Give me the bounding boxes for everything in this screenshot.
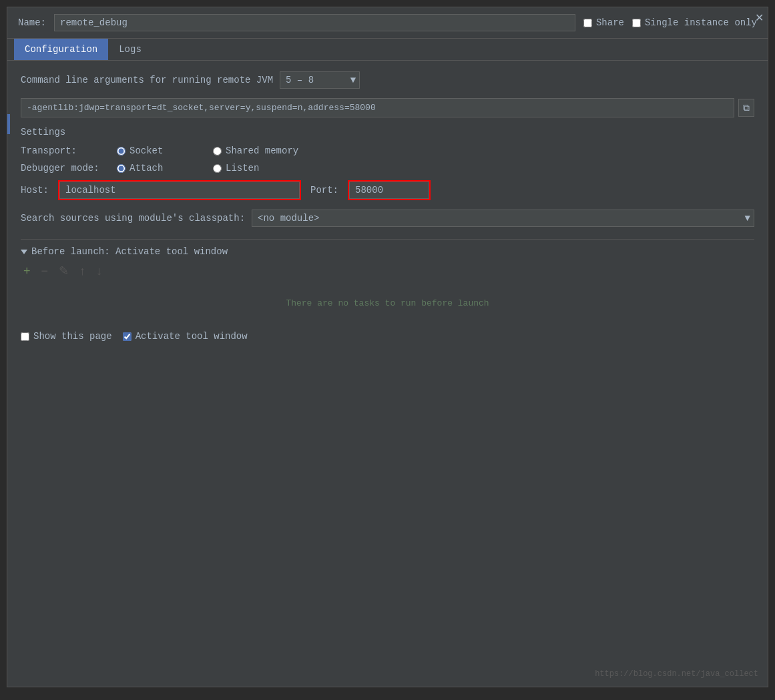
attach-radio[interactable] (117, 164, 125, 173)
shared-memory-radio[interactable] (213, 147, 222, 155)
tab-configuration[interactable]: Configuration (14, 39, 108, 60)
classpath-row: Search sources using module's classpath:… (21, 210, 754, 227)
title-bar-right: Share Single instance only (583, 17, 757, 28)
command-box-wrapper: ⧉ (21, 98, 754, 117)
version-select[interactable]: 5 – 8 9+ (280, 71, 360, 89)
host-input[interactable] (59, 182, 300, 199)
copy-button[interactable]: ⧉ (738, 99, 754, 117)
debugger-mode-row: Debugger mode: Attach Listen (21, 163, 754, 173)
attach-radio-label[interactable]: Attach (117, 163, 204, 173)
socket-radio-label[interactable]: Socket (117, 145, 204, 156)
activate-tool-window-checkbox-label[interactable]: Activate tool window (123, 331, 248, 342)
show-page-checkbox[interactable] (21, 332, 29, 341)
port-field-wrapper (348, 180, 431, 200)
share-checkbox[interactable] (583, 19, 592, 27)
shared-memory-radio-label[interactable]: Shared memory (213, 145, 300, 156)
left-accent (7, 114, 10, 134)
listen-radio[interactable] (213, 164, 222, 173)
activate-tool-window-checkbox[interactable] (123, 332, 132, 341)
host-label: Host: (21, 185, 49, 196)
name-input[interactable] (54, 14, 575, 31)
share-checkbox-label[interactable]: Share (583, 17, 624, 28)
watermark: https://blog.csdn.net/java_collect (595, 669, 758, 679)
move-down-task-button[interactable]: ↓ (93, 263, 105, 280)
transport-row: Transport: Socket Shared memory (21, 145, 754, 156)
transport-label: Transport: (21, 145, 107, 156)
command-input[interactable] (21, 98, 734, 117)
tab-logs[interactable]: Logs (108, 39, 152, 60)
host-field-wrapper (58, 180, 301, 200)
classpath-select-wrapper: <no module> ▼ (252, 210, 754, 227)
command-line-label: Command line arguments for running remot… (21, 75, 273, 85)
add-task-button[interactable]: + (21, 263, 33, 280)
before-launch-toolbar: + − ✎ ↑ ↓ (21, 262, 754, 280)
before-launch-header: Before launch: Activate tool window (21, 246, 754, 257)
debugger-mode-label: Debugger mode: (21, 163, 107, 173)
edit-task-button[interactable]: ✎ (56, 262, 71, 280)
close-button[interactable]: ✕ (755, 11, 764, 24)
settings-label: Settings (21, 127, 754, 137)
version-select-wrapper: 5 – 8 9+ ▼ (280, 71, 360, 89)
classpath-select[interactable]: <no module> (252, 210, 754, 227)
port-label: Port: (310, 185, 338, 196)
port-input[interactable] (349, 182, 429, 199)
divider (21, 239, 754, 240)
configuration-content: Command line arguments for running remot… (7, 61, 768, 352)
tabs: Configuration Logs (7, 39, 768, 61)
classpath-label: Search sources using module's classpath: (21, 213, 245, 224)
host-port-row: Host: Port: (21, 180, 754, 200)
listen-radio-label[interactable]: Listen (213, 163, 300, 173)
single-instance-checkbox-label[interactable]: Single instance only (632, 17, 757, 28)
command-line-row: Command line arguments for running remot… (21, 71, 754, 89)
bottom-row: Show this page Activate tool window (21, 331, 754, 342)
show-page-checkbox-label[interactable]: Show this page (21, 331, 112, 342)
remove-task-button[interactable]: − (39, 263, 51, 280)
move-up-task-button[interactable]: ↑ (77, 263, 88, 280)
before-launch-triangle-icon[interactable] (21, 250, 27, 254)
socket-radio[interactable] (117, 147, 125, 155)
no-tasks-message: There are no tasks to run before launch (21, 286, 754, 320)
single-instance-checkbox[interactable] (632, 19, 641, 27)
name-label: Name: (18, 17, 46, 28)
title-bar: Name: Share Single instance only (7, 7, 768, 39)
